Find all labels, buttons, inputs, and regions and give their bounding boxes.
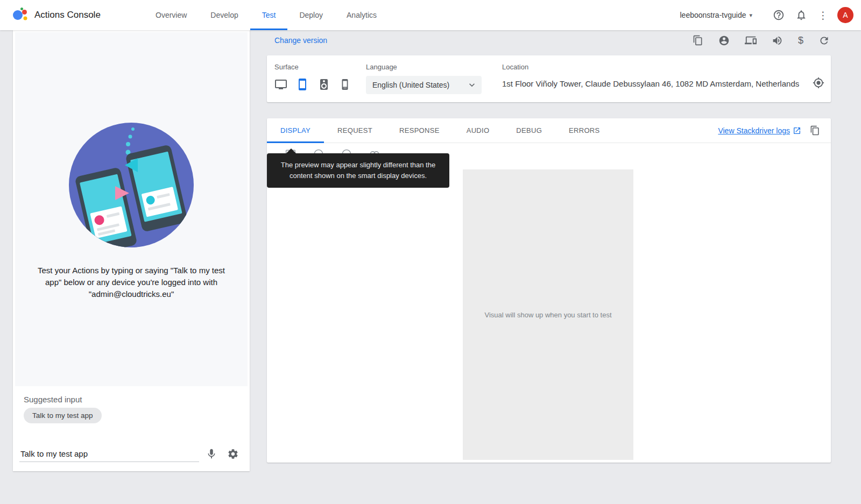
toolbar-icons: $ — [693, 34, 830, 46]
change-version-link[interactable]: Change version — [274, 36, 327, 45]
tab-debug[interactable]: DEBUG — [503, 118, 555, 143]
nav-item-analytics[interactable]: Analytics — [335, 0, 389, 30]
nav-item-develop[interactable]: Develop — [199, 0, 250, 30]
copy-output-icon[interactable] — [810, 125, 820, 136]
refresh-icon[interactable] — [818, 35, 830, 46]
app-header: Actions Console Overview Develop Test De… — [0, 0, 861, 30]
display-content: The preview may appear slightly differen… — [267, 143, 831, 462]
surface-feature-phone-icon[interactable] — [338, 77, 352, 91]
workspace-toolbar: Change version $ — [267, 30, 831, 52]
dollar-icon[interactable]: $ — [798, 35, 803, 46]
nav-item-test[interactable]: Test — [250, 0, 288, 30]
notifications-bell-icon[interactable] — [795, 9, 807, 21]
language-value: English (United States) — [372, 81, 467, 89]
language-label: Language — [366, 63, 397, 71]
mic-icon[interactable] — [206, 448, 217, 460]
language-select[interactable]: English (United States) — [366, 76, 482, 94]
output-card: DISPLAY REQUEST RESPONSE AUDIO DEBUG ERR… — [267, 118, 831, 463]
simulator-text-input[interactable] — [19, 446, 199, 462]
visual-placeholder: Visual will show up when you start to te… — [463, 169, 633, 460]
tab-request[interactable]: REQUEST — [324, 118, 386, 143]
copy-icon[interactable] — [693, 35, 703, 46]
my-location-icon[interactable] — [813, 77, 824, 89]
chevron-down-icon — [467, 80, 477, 90]
visual-placeholder-text: Visual will show up when you start to te… — [484, 311, 611, 319]
account-icon[interactable] — [718, 35, 730, 46]
caret-down-icon: ▾ — [749, 12, 752, 19]
suggestion-chip[interactable]: Talk to my test app — [24, 408, 102, 423]
project-selector[interactable]: leeboonstra-tvguide ▾ — [680, 11, 752, 19]
output-tab-bar: DISPLAY REQUEST RESPONSE AUDIO DEBUG ERR… — [267, 118, 831, 143]
app-title: Actions Console — [34, 10, 101, 20]
header-right-cluster: leeboonstra-tvguide ▾ ⋮ A — [680, 0, 853, 30]
surface-speaker-icon[interactable] — [316, 77, 331, 92]
test-illustration — [68, 122, 195, 251]
gear-icon[interactable] — [227, 448, 239, 460]
location-field[interactable]: 1st Floor Viñoly Tower, Claude Debussyla… — [502, 79, 807, 88]
project-name: leeboonstra-tvguide — [680, 11, 746, 19]
surface-label: Surface — [274, 63, 299, 71]
kebab-menu-icon[interactable]: ⋮ — [818, 9, 827, 22]
tab-errors[interactable]: ERRORS — [555, 118, 613, 143]
tab-display[interactable]: DISPLAY — [267, 118, 324, 143]
tab-audio[interactable]: AUDIO — [453, 118, 503, 143]
help-icon[interactable] — [773, 9, 785, 21]
volume-icon[interactable] — [772, 35, 783, 46]
preview-tooltip: The preview may appear slightly differen… — [267, 153, 449, 188]
main-nav: Overview Develop Test Deploy Analytics — [144, 0, 389, 30]
surface-phone-icon[interactable] — [295, 77, 310, 92]
suggested-input-label: Suggested input — [24, 395, 82, 404]
external-link-icon — [793, 126, 801, 135]
avatar[interactable]: A — [837, 7, 853, 23]
stackdriver-logs-link[interactable]: View Stackdriver logs — [718, 126, 801, 135]
settings-card: Surface Language English (United States)… — [267, 55, 831, 102]
assistant-logo-icon — [11, 7, 29, 25]
tab-bar-actions: View Stackdriver logs — [718, 125, 820, 136]
surface-selector — [273, 77, 352, 92]
devices-icon[interactable] — [745, 34, 757, 46]
simulator-panel: Test your Actions by typing or saying "T… — [13, 30, 250, 471]
nav-item-deploy[interactable]: Deploy — [287, 0, 335, 30]
simulator-chat-area: Test your Actions by typing or saying "T… — [15, 32, 248, 386]
tab-response[interactable]: RESPONSE — [386, 118, 453, 143]
simulator-intro-text: Test your Actions by typing or saying "T… — [30, 265, 233, 300]
stackdriver-logs-label: View Stackdriver logs — [718, 126, 790, 135]
surface-tv-icon[interactable] — [273, 77, 288, 92]
test-workspace: Change version $ Surface — [267, 30, 831, 493]
nav-item-overview[interactable]: Overview — [144, 0, 199, 30]
location-label: Location — [502, 63, 528, 71]
simulator-input-row — [19, 442, 243, 466]
